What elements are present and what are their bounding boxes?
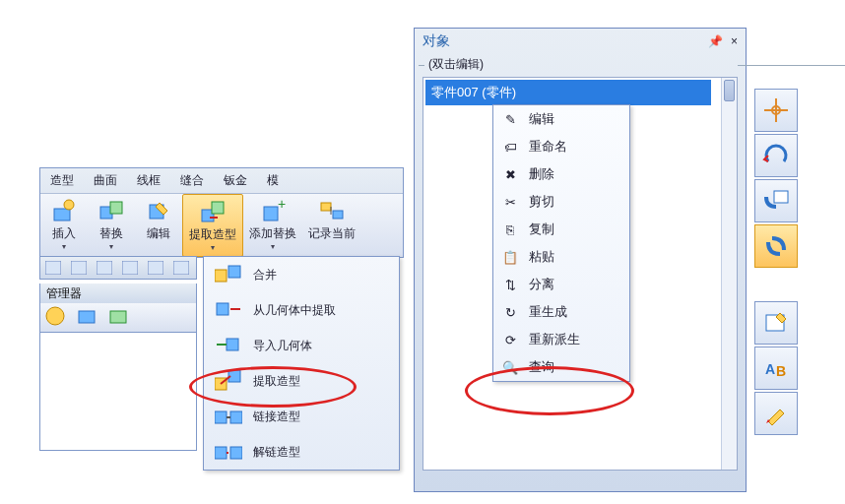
mini-btn-2[interactable] <box>67 258 91 278</box>
add-replace-button[interactable]: + 添加替换▾ <box>243 194 302 257</box>
ribbon-tabs: 造型 曲面 线框 缝合 钣金 模 <box>40 168 403 193</box>
ctx-label: 重生成 <box>529 303 567 321</box>
ctx-separate[interactable]: ⇅分离 <box>493 271 629 298</box>
panel-title-bar: 对象 📌 × <box>415 29 746 54</box>
rename-icon: 🏷 <box>501 138 519 156</box>
svg-rect-28 <box>215 447 227 459</box>
replace-button[interactable]: 替换▾ <box>88 194 135 257</box>
mini-btn-4[interactable] <box>118 258 142 278</box>
svg-point-1 <box>64 200 74 210</box>
dropdown-extract-from-geom[interactable]: 从几何体中提取 <box>204 292 399 328</box>
extract-geom-icon <box>214 298 243 322</box>
svg-rect-16 <box>173 261 189 275</box>
svg-rect-3 <box>110 202 122 214</box>
svg-point-17 <box>46 307 64 325</box>
regenerate-icon: ↻ <box>501 303 519 321</box>
link-table-button[interactable] <box>754 179 798 222</box>
chevron-down-icon: ▾ <box>271 242 275 251</box>
replace-label: 替换 <box>99 225 123 242</box>
dropdown-extract-shape[interactable]: 提取造型 <box>204 363 399 399</box>
ctx-regenerate[interactable]: ↻重生成 <box>493 298 629 326</box>
ctx-label: 重新派生 <box>529 331 580 348</box>
insert-icon <box>50 198 78 225</box>
redevelop-icon: ⟳ <box>501 331 519 348</box>
note-button[interactable] <box>754 301 798 345</box>
vertical-toolbar: AB <box>754 89 800 435</box>
edit-label: 编辑 <box>147 225 170 242</box>
svg-rect-7 <box>264 207 278 220</box>
extract-shape-icon-2 <box>214 369 243 393</box>
tab-sheetmetal[interactable]: 钣金 <box>214 168 257 193</box>
edit-button[interactable]: 编辑 <box>135 194 182 257</box>
ctx-rename[interactable]: 🏷重命名 <box>493 133 629 160</box>
ctx-edit[interactable]: ✎编辑 <box>493 105 629 133</box>
rename-tool-button[interactable]: AB <box>754 346 798 390</box>
ctx-delete[interactable]: ✖删除 <box>493 160 629 188</box>
record-current-button[interactable]: 记录当前 <box>302 194 361 257</box>
dropdown-import-geom[interactable]: 导入几何体 <box>204 328 399 363</box>
chevron-down-icon: ▾ <box>109 242 113 251</box>
scrollbar-thumb[interactable] <box>724 80 735 101</box>
svg-rect-23 <box>227 339 238 350</box>
rotate-button[interactable] <box>754 134 798 177</box>
dropdown-merge[interactable]: 合并 <box>204 257 399 292</box>
mini-btn-3[interactable] <box>93 258 116 278</box>
snap-button[interactable] <box>754 89 798 132</box>
svg-text:B: B <box>776 363 786 379</box>
dropdown-link-shape[interactable]: 链接造型 <box>204 399 399 434</box>
ctx-copy[interactable]: ⎘复制 <box>493 216 629 243</box>
dropdown-unlink-shape[interactable]: 解链造型 <box>204 434 399 470</box>
extract-shape-icon <box>199 199 227 226</box>
ctx-query[interactable]: 🔍查询 <box>493 353 629 381</box>
unlink-shape-icon <box>214 440 243 464</box>
pin-icon[interactable]: 📌 <box>708 34 723 48</box>
dropdown-label: 导入几何体 <box>253 338 312 354</box>
svg-rect-0 <box>54 209 70 220</box>
mini-btn-6[interactable] <box>169 258 193 278</box>
insert-button[interactable]: 插入▾ <box>40 194 88 257</box>
svg-rect-18 <box>79 311 95 323</box>
context-menu: ✎编辑 🏷重命名 ✖删除 ✂剪切 ⎘复制 📋粘贴 ⇅分离 ↻重生成 ⟳重新派生 … <box>492 104 630 382</box>
mgr-icon-3[interactable] <box>107 305 129 331</box>
query-icon: 🔍 <box>501 358 519 376</box>
tab-mold[interactable]: 模 <box>257 168 289 193</box>
extract-shape-button[interactable]: 提取造型▾ <box>182 194 243 257</box>
svg-rect-9 <box>321 203 331 211</box>
manager-panel <box>39 333 197 451</box>
link-button[interactable] <box>754 224 798 268</box>
tab-stitch[interactable]: 缝合 <box>170 168 214 193</box>
tab-wireframe[interactable]: 线框 <box>127 168 170 193</box>
ctx-label: 删除 <box>529 165 554 183</box>
tab-surface[interactable]: 曲面 <box>84 168 127 193</box>
svg-rect-19 <box>110 311 126 323</box>
dropdown-label: 从几何体中提取 <box>253 302 336 319</box>
mgr-icon-2[interactable] <box>76 305 98 331</box>
svg-rect-6 <box>212 202 224 214</box>
ctx-label: 重命名 <box>529 138 567 156</box>
scrollbar[interactable] <box>721 78 737 470</box>
svg-rect-29 <box>230 447 242 459</box>
extract-shape-dropdown: 合并 从几何体中提取 导入几何体 提取造型 链接造型 解链造型 <box>203 256 400 471</box>
ctx-cut[interactable]: ✂剪切 <box>493 188 629 216</box>
ctx-redevelop[interactable]: ⟳重新派生 <box>493 326 629 353</box>
close-icon[interactable]: × <box>731 34 738 48</box>
tab-shape[interactable]: 造型 <box>40 168 84 193</box>
pencil-icon: ✎ <box>501 110 519 128</box>
extract-shape-label: 提取造型 <box>189 226 236 243</box>
separate-icon: ⇅ <box>501 276 519 293</box>
mini-btn-1[interactable] <box>41 258 65 278</box>
tree-node-selected[interactable]: 零件007 (零件) <box>425 80 711 105</box>
link-shape-icon <box>214 405 243 428</box>
ctx-paste[interactable]: 📋粘贴 <box>493 243 629 271</box>
ctx-label: 复制 <box>529 220 554 238</box>
copy-icon: ⎘ <box>501 220 519 238</box>
svg-rect-21 <box>228 266 240 278</box>
dropdown-label: 提取造型 <box>253 373 300 390</box>
manager-label: 管理器 <box>39 284 197 305</box>
mgr-icon-1[interactable] <box>44 305 66 331</box>
highlight-button[interactable] <box>754 392 798 435</box>
delete-icon: ✖ <box>501 165 519 183</box>
mini-btn-5[interactable] <box>144 258 167 278</box>
svg-rect-22 <box>217 303 228 315</box>
group-label: (双击编辑) <box>422 56 738 73</box>
